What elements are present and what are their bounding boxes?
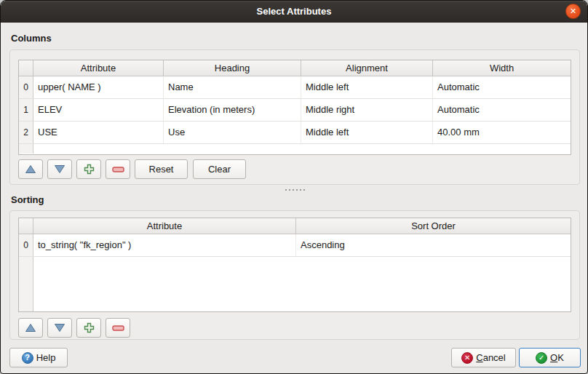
row-header-filler	[19, 257, 33, 311]
columns-section-label: Columns	[11, 33, 52, 44]
add-column-button[interactable]	[76, 159, 101, 179]
column-header-width[interactable]: Width	[433, 60, 571, 76]
row-header[interactable]: 0	[19, 76, 33, 98]
add-sort-button[interactable]	[76, 318, 101, 338]
column-header-heading[interactable]: Heading	[164, 60, 301, 76]
cancel-icon: ✕	[461, 352, 473, 364]
sorting-table: Attribute Sort Order 0 to_string( "fk_re…	[18, 218, 571, 312]
corner-header-cell[interactable]	[19, 60, 33, 76]
dialog-title: Select Attributes	[1, 1, 587, 23]
ok-button[interactable]: ✓ OK	[519, 348, 581, 367]
clear-button[interactable]: Clear	[193, 159, 246, 179]
help-button-label: Help	[36, 352, 56, 363]
arrow-up-icon	[25, 323, 36, 333]
sorting-section-label: Sorting	[11, 194, 44, 205]
move-down-button[interactable]	[47, 159, 72, 179]
columns-groupbox: Attribute Heading Alignment Width 0 uppe…	[9, 49, 580, 185]
cell-attribute[interactable]: ELEV	[33, 99, 164, 121]
move-up-button[interactable]	[18, 159, 43, 179]
column-header-attribute[interactable]: Attribute	[33, 60, 164, 76]
cancel-button-label: Cancel	[476, 352, 505, 363]
table-row: 2 USE Use Middle left 40.00 mm	[19, 122, 571, 144]
plus-icon	[84, 164, 95, 175]
select-attributes-dialog: Select Attributes ✕ Columns Attribute He…	[0, 0, 588, 374]
close-icon: ✕	[570, 7, 576, 15]
arrow-up-icon	[25, 164, 36, 174]
cell-heading[interactable]: Name	[164, 76, 301, 98]
cell-heading[interactable]: Use	[164, 122, 301, 143]
minus-icon	[112, 325, 124, 331]
sorting-table-header: Attribute Sort Order	[19, 218, 571, 234]
ok-button-label: OK	[550, 352, 564, 363]
sort-move-up-button[interactable]	[18, 318, 43, 338]
cell-attribute[interactable]: upper( NAME )	[33, 76, 164, 98]
corner-header-cell[interactable]	[19, 218, 33, 234]
cell-sort-attribute[interactable]: to_string( "fk_region" )	[33, 234, 296, 256]
row-header[interactable]: 1	[19, 99, 33, 121]
close-button[interactable]: ✕	[565, 4, 581, 19]
cell-width[interactable]: 40.00 mm	[433, 122, 571, 143]
cell-sort-order[interactable]: Ascending	[296, 234, 571, 256]
remove-sort-button[interactable]	[106, 318, 130, 338]
clear-button-label: Clear	[208, 164, 231, 175]
cancel-button[interactable]: ✕ Cancel	[451, 348, 516, 367]
sort-header-attribute[interactable]: Attribute	[33, 218, 296, 234]
reset-button-label: Reset	[149, 164, 174, 175]
table-empty-area	[19, 257, 571, 311]
table-row: 0 to_string( "fk_region" ) Ascending	[19, 234, 571, 257]
table-row: 0 upper( NAME ) Name Middle left Automat…	[19, 76, 571, 99]
cell-width[interactable]: Automatic	[433, 99, 571, 121]
minus-icon	[112, 167, 124, 172]
row-header[interactable]: 0	[19, 234, 33, 256]
row-header[interactable]: 2	[19, 122, 33, 143]
cell-alignment[interactable]: Middle right	[301, 99, 433, 121]
arrow-down-icon	[54, 323, 65, 333]
sort-header-order[interactable]: Sort Order	[296, 218, 571, 234]
sort-move-down-button[interactable]	[47, 318, 72, 338]
cell-width[interactable]: Automatic	[433, 76, 571, 98]
titlebar: Select Attributes ✕	[1, 1, 587, 23]
table-row: 1 ELEV Elevation (in meters) Middle righ…	[19, 99, 571, 122]
row-header-filler	[19, 144, 33, 154]
splitter-handle[interactable]	[1, 188, 588, 192]
help-button[interactable]: ? Help	[9, 348, 68, 367]
remove-column-button[interactable]	[106, 159, 130, 179]
cell-alignment[interactable]: Middle left	[301, 122, 433, 143]
cell-heading[interactable]: Elevation (in meters)	[164, 99, 301, 121]
cell-alignment[interactable]: Middle left	[301, 76, 433, 98]
ok-icon: ✓	[536, 352, 547, 364]
columns-table: Attribute Heading Alignment Width 0 uppe…	[18, 60, 571, 155]
table-empty-area	[19, 144, 571, 154]
column-header-alignment[interactable]: Alignment	[301, 60, 433, 76]
columns-table-header: Attribute Heading Alignment Width	[19, 60, 571, 76]
cell-attribute[interactable]: USE	[33, 122, 164, 143]
help-icon: ?	[22, 352, 33, 364]
arrow-down-icon	[54, 164, 65, 174]
plus-icon	[84, 322, 95, 333]
sorting-groupbox: Attribute Sort Order 0 to_string( "fk_re…	[9, 210, 580, 340]
reset-button[interactable]: Reset	[135, 159, 188, 179]
